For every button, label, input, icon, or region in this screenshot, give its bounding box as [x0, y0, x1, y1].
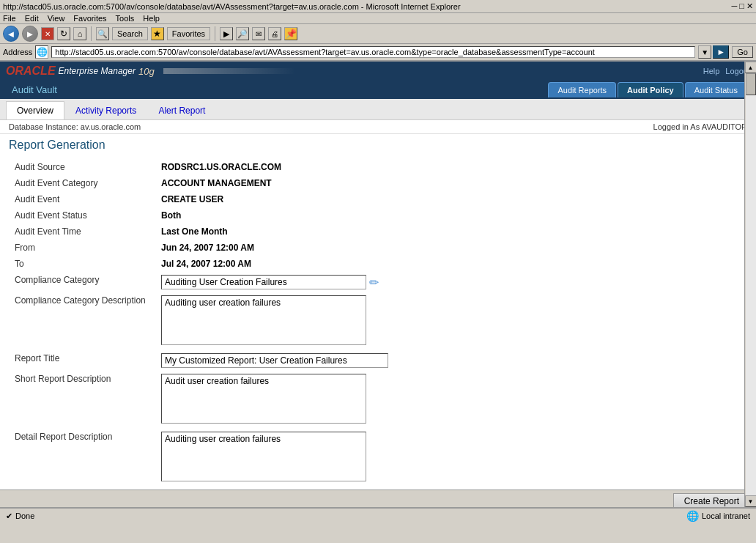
audit-source-value: RODSRC1.US.ORACLE.COM	[155, 159, 747, 175]
subtab-activity-reports[interactable]: Activity Reports	[64, 101, 147, 119]
bottom-action-bar: Create Report	[0, 490, 756, 507]
short-description-label: Short Report Description	[9, 371, 155, 429]
go-button[interactable]: Go	[732, 46, 753, 58]
detail-description-label: Detail Report Description	[9, 429, 155, 487]
subtab-alert-report[interactable]: Alert Report	[147, 101, 216, 119]
tab-audit-policy[interactable]: Audit Policy	[618, 82, 683, 97]
audit-event-time-value: Last One Month	[155, 224, 747, 240]
right-nav-tabs: Audit Reports Audit Policy Audit Status	[548, 82, 750, 97]
browser-toolbar: ◄ ► ✕ ↻ ⌂ 🔍 Search ★ Favorites ▶ 🔎 ✉ 🖨 📌	[0, 24, 756, 44]
to-value: Jul 24, 2007 12:00 AM	[155, 256, 747, 272]
audit-event-time-row: Audit Event Time Last One Month	[9, 224, 747, 240]
audit-event-time-label: Audit Event Time	[9, 224, 155, 240]
back-button[interactable]: ◄	[3, 26, 19, 42]
audit-event-status-row: Audit Event Status Both	[9, 207, 747, 224]
audit-event-category-value: ACCOUNT MANAGEMENT	[155, 175, 747, 191]
menu-edit[interactable]: Edit	[25, 14, 39, 23]
oracle-top-bar: ORACLE Enterprise Manager 10g Help Logou…	[0, 62, 756, 81]
logged-in-text: Logged in As AVAUDITOR	[653, 122, 747, 131]
compliance-description-textarea[interactable]	[161, 295, 366, 345]
compliance-description-cell	[155, 292, 747, 350]
detail-description-textarea[interactable]	[161, 432, 366, 481]
oracle-header: ORACLE Enterprise Manager 10g Help Logou…	[0, 62, 756, 99]
compliance-category-label: Compliance Category	[9, 272, 155, 292]
status-right: 🌐 Local intranet	[686, 510, 750, 522]
create-report-button[interactable]: Create Report	[673, 493, 750, 507]
edit-compliance-icon[interactable]: ✏	[369, 276, 379, 289]
short-description-cell	[155, 371, 747, 429]
audit-event-category-label: Audit Event Category	[9, 175, 155, 191]
report-form-table: Audit Source RODSRC1.US.ORACLE.COM Audit…	[9, 159, 747, 487]
report-generation-section: Report Generation Audit Source RODSRC1.U…	[0, 134, 756, 490]
status-text: Done	[15, 511, 34, 520]
forward-button[interactable]: ►	[22, 26, 38, 42]
tab-audit-status[interactable]: Audit Status	[685, 82, 747, 97]
address-go-arrow[interactable]: ►	[713, 45, 729, 59]
zone-text: Local intranet	[702, 511, 750, 520]
report-title-input[interactable]	[161, 353, 388, 368]
from-label: From	[9, 240, 155, 256]
search-button[interactable]: Search	[112, 27, 148, 40]
report-generation-title: Report Generation	[9, 138, 747, 152]
subtab-overview[interactable]: Overview	[6, 101, 64, 119]
report-title-row: Report Title	[9, 350, 747, 371]
scroll-up-arrow[interactable]: ▲	[745, 62, 757, 73]
mail-icon[interactable]: ✉	[252, 27, 265, 40]
refresh-button[interactable]: ↻	[57, 27, 70, 40]
scroll-thumb[interactable]	[746, 73, 756, 95]
menu-tools[interactable]: Tools	[116, 14, 135, 23]
compliance-category-cell: ✏	[155, 272, 747, 292]
print-icon[interactable]: 🖨	[268, 27, 281, 40]
report-title-cell	[155, 350, 747, 371]
audit-vault-bar: Audit Vault Audit Reports Audit Policy A…	[0, 81, 756, 99]
compliance-category-input[interactable]	[161, 275, 366, 289]
oracle-logo-text: ORACLE	[6, 64, 56, 78]
audit-event-label: Audit Event	[9, 191, 155, 207]
report-title-label: Report Title	[9, 350, 155, 371]
help-link[interactable]: Help	[703, 67, 720, 75]
sub-tabs-bar: Overview Activity Reports Alert Report	[0, 99, 756, 120]
detail-description-row: Detail Report Description	[9, 429, 747, 487]
menu-help[interactable]: Help	[143, 14, 160, 23]
bookmark-icon[interactable]: 📌	[284, 27, 297, 40]
separator	[91, 26, 92, 41]
address-input[interactable]	[51, 46, 695, 58]
audit-event-status-value: Both	[155, 207, 747, 224]
short-description-row: Short Report Description	[9, 371, 747, 429]
media-icon[interactable]: ▶	[220, 27, 233, 40]
done-icon: ✔	[6, 511, 12, 521]
audit-event-category-row: Audit Event Category ACCOUNT MANAGEMENT	[9, 175, 747, 191]
page-scrollbar[interactable]: ▲ ▼	[744, 62, 756, 507]
stop-button[interactable]: ✕	[41, 27, 54, 40]
to-row: To Jul 24, 2007 12:00 AM	[9, 256, 747, 272]
short-description-textarea[interactable]	[161, 374, 366, 424]
search-glass-icon[interactable]: 🔍	[96, 27, 109, 40]
separator2	[215, 26, 215, 41]
from-row: From Jun 24, 2007 12:00 AM	[9, 240, 747, 256]
address-bar: Address 🌐 ▼ ► Go	[0, 44, 756, 62]
favorites-button[interactable]: Favorites	[167, 27, 210, 40]
home-button[interactable]: ⌂	[73, 27, 86, 40]
em-text: Enterprise Manager	[59, 66, 136, 76]
em-version: 10g	[138, 66, 155, 77]
scroll-track[interactable]	[746, 73, 756, 495]
address-dropdown-icon[interactable]: ▼	[698, 45, 711, 59]
scroll-down-arrow[interactable]: ▼	[745, 495, 757, 507]
window-controls: ─ □ ✕	[731, 1, 753, 11]
browser-title-bar: http://stacd05.us.oracle.com:5700/av/con…	[0, 0, 756, 13]
menu-view[interactable]: View	[48, 14, 65, 23]
tab-audit-reports[interactable]: Audit Reports	[548, 82, 616, 97]
instance-text: Database Instance: av.us.oracle.com	[9, 122, 141, 131]
zoom-icon[interactable]: 🔎	[236, 27, 249, 40]
detail-description-cell	[155, 429, 747, 487]
header-bar-decoration	[163, 68, 295, 74]
audit-event-value: CREATE USER	[155, 191, 747, 207]
globe-icon: 🌐	[686, 510, 699, 522]
address-label: Address	[3, 48, 32, 56]
menu-file[interactable]: File	[3, 14, 16, 23]
compliance-category-row: Compliance Category ✏	[9, 272, 747, 292]
favorites-star-icon[interactable]: ★	[151, 27, 164, 40]
audit-event-row: Audit Event CREATE USER	[9, 191, 747, 207]
to-label: To	[9, 256, 155, 272]
menu-favorites[interactable]: Favorites	[73, 14, 106, 23]
